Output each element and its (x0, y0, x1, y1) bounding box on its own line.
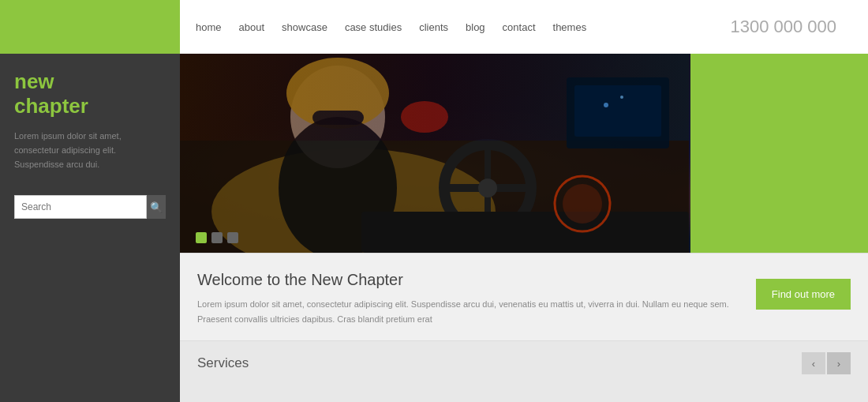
nav-contact[interactable]: contact (503, 21, 536, 33)
services-prev-button[interactable]: ‹ (802, 352, 825, 374)
nav-blog[interactable]: blog (466, 21, 485, 33)
nav-case-studies[interactable]: case studies (345, 21, 402, 33)
nav-about[interactable]: about (239, 21, 265, 33)
search-button[interactable]: 🔍 (147, 195, 166, 219)
welcome-description: Lorem ipsum dolor sit amet, consectetur … (197, 297, 740, 326)
services-next-button[interactable]: › (827, 352, 851, 374)
chevron-left-icon: ‹ (812, 358, 815, 370)
search-input[interactable] (14, 195, 147, 219)
brand-title: new chapter (14, 70, 166, 118)
welcome-section: Welcome to the New Chapter Lorem ipsum d… (180, 253, 868, 340)
slider-dot-3[interactable] (227, 232, 238, 243)
hero-right-panel (690, 54, 868, 253)
services-title: Services (197, 355, 802, 371)
search-box: 🔍 (14, 195, 166, 219)
find-out-button[interactable]: Find out more (756, 279, 851, 310)
phone-number: 1300 000 000 (730, 17, 852, 37)
sidebar: new chapter Lorem ipsum dolor sit amet, … (0, 54, 180, 402)
slider-dot-1[interactable] (196, 232, 207, 243)
slider-dots (196, 232, 238, 243)
content-area: Welcome to the New Chapter Lorem ipsum d… (180, 54, 868, 402)
search-icon: 🔍 (150, 201, 163, 213)
header: home about showcase case studies clients… (0, 0, 868, 54)
services-navigation: ‹ › (802, 352, 851, 374)
services-section: Services ‹ › (180, 340, 868, 385)
svg-point-10 (478, 178, 497, 197)
slider-dot-2[interactable] (211, 232, 223, 243)
hero-image (180, 54, 868, 253)
hero-slider (180, 54, 868, 253)
main-layout: new chapter Lorem ipsum dolor sit amet, … (0, 54, 868, 402)
svg-point-17 (604, 103, 608, 107)
header-logo-area (0, 0, 180, 54)
nav-themes[interactable]: themes (553, 21, 587, 33)
svg-point-13 (563, 184, 602, 224)
svg-rect-16 (574, 85, 661, 137)
welcome-title: Welcome to the New Chapter (197, 271, 740, 289)
sidebar-description: Lorem ipsum dolor sit amet, consectetur … (14, 130, 166, 171)
chevron-right-icon: › (837, 358, 840, 370)
main-nav: home about showcase case studies clients… (180, 17, 868, 37)
nav-home[interactable]: home (196, 21, 222, 33)
svg-point-18 (620, 96, 623, 99)
nav-showcase[interactable]: showcase (282, 21, 327, 33)
welcome-text: Welcome to the New Chapter Lorem ipsum d… (197, 271, 740, 326)
nav-clients[interactable]: clients (419, 21, 448, 33)
svg-rect-11 (361, 212, 689, 253)
